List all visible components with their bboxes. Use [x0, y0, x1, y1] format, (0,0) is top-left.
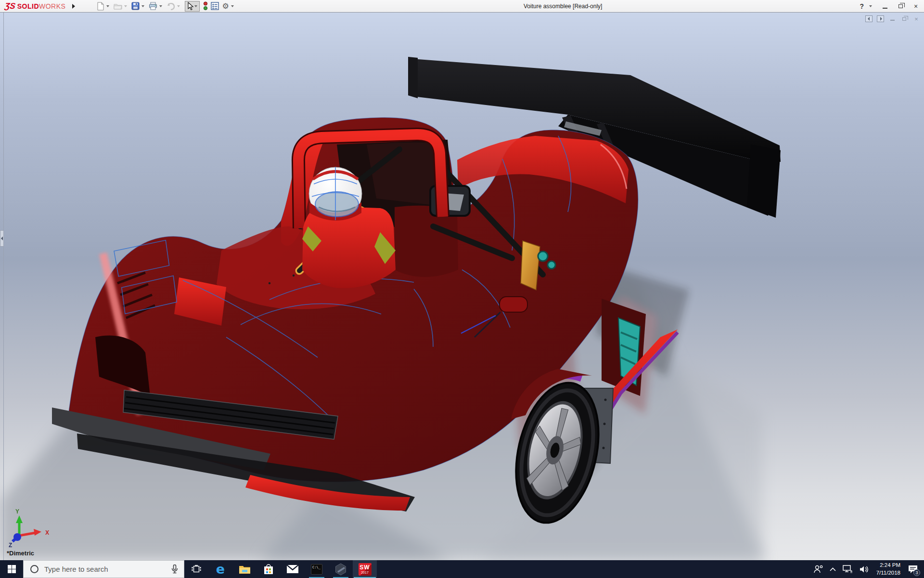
taskbar-solidworks-button[interactable]: SW 2017: [353, 560, 377, 578]
traffic-light-icon: [203, 1, 208, 11]
start-button[interactable]: [0, 560, 23, 578]
microphone-icon[interactable]: [171, 565, 178, 574]
car-assembly-model[interactable]: Y X Z: [0, 13, 924, 560]
task-view-icon: [192, 565, 201, 573]
save-floppy-icon: [131, 2, 140, 10]
tray-date: 7/11/2018: [876, 569, 900, 577]
taskbar-edge-button[interactable]: e: [208, 560, 232, 578]
properties-list-icon: [211, 2, 219, 10]
feature-manager-collapse-tab[interactable]: [0, 230, 4, 247]
quick-access-toolbar: ⚙: [95, 0, 236, 13]
undo-button[interactable]: [165, 1, 177, 12]
windows-logo-icon: [8, 565, 16, 573]
teal-vent-icon: [538, 251, 548, 261]
print-button[interactable]: [147, 1, 159, 12]
people-button[interactable]: [810, 560, 826, 578]
triad-x-label: X: [45, 529, 49, 536]
collapse-arrow-icon: [1, 236, 3, 240]
doc-minimize-button[interactable]: [888, 15, 896, 22]
triad-y-label: Y: [15, 508, 19, 515]
network-button[interactable]: [839, 560, 856, 578]
notification-count-badge: 3: [913, 569, 920, 576]
command-prompt-icon: C:\_: [311, 564, 322, 575]
new-document-icon: [97, 2, 104, 11]
side-mirror[interactable]: [500, 297, 527, 312]
doc-restore-button[interactable]: [900, 15, 908, 22]
title-bar: ƷSSOLIDWORKS ⚙ Vo: [0, 0, 924, 13]
options-list-button[interactable]: [209, 1, 220, 12]
microsoft-store-icon: [264, 564, 273, 575]
close-button[interactable]: ×: [911, 2, 921, 11]
driver-helmet[interactable]: [309, 167, 362, 221]
action-center-button[interactable]: 3: [905, 560, 921, 578]
menu-flyout-arrow-icon[interactable]: [72, 4, 75, 9]
settings-gear-button[interactable]: ⚙: [220, 1, 230, 12]
taskbar-file-explorer-button[interactable]: [232, 560, 257, 578]
tray-time: 2:24 PM: [876, 562, 900, 569]
minimize-icon: [883, 8, 887, 9]
open-button[interactable]: [112, 1, 124, 12]
teal-vent-icon: [548, 261, 555, 269]
window-controls: ? ×: [860, 0, 921, 13]
save-button[interactable]: [130, 1, 141, 12]
doc-previous-button[interactable]: [865, 15, 873, 22]
select-tool-button[interactable]: [185, 1, 200, 12]
minimize-button[interactable]: [880, 2, 890, 11]
taskbar-command-prompt-button[interactable]: C:\_: [305, 560, 329, 578]
print-icon: [149, 2, 157, 10]
taskbar-search-input[interactable]: [44, 565, 171, 573]
open-dropdown[interactable]: [124, 5, 127, 7]
solidworks-logo: ƷSSOLIDWORKS: [5, 1, 65, 11]
taskbar-search[interactable]: [23, 560, 184, 578]
close-icon: ×: [914, 3, 918, 10]
help-button[interactable]: ?: [860, 2, 864, 10]
solidworks-2017-icon: SW 2017: [359, 563, 372, 576]
windows-taskbar: e C:\_ SW 2017: [0, 560, 924, 578]
select-dropdown[interactable]: [194, 5, 197, 7]
network-icon: [843, 565, 853, 573]
volume-button[interactable]: [856, 560, 872, 578]
restore-button[interactable]: [895, 2, 906, 11]
system-tray: 2:24 PM 7/11/2018 3: [810, 560, 924, 578]
triad-z-label: Z: [9, 542, 12, 549]
view-orientation-label: *Dimetric: [7, 550, 34, 557]
help-dropdown[interactable]: [869, 5, 872, 7]
taskbar-hexagon-app-button[interactable]: [329, 560, 353, 578]
solidworks-desktop: { "titlebar": { "logo_mark": "ƷS", "logo…: [0, 0, 924, 578]
new-document-button[interactable]: [95, 1, 106, 12]
doc-close-button[interactable]: ×: [912, 15, 920, 22]
new-document-dropdown[interactable]: [106, 5, 109, 7]
edge-icon: e: [216, 562, 225, 577]
mail-icon: [287, 565, 298, 573]
print-dropdown[interactable]: [159, 5, 162, 7]
arrow-left-icon: [868, 17, 870, 21]
save-dropdown[interactable]: [141, 5, 144, 7]
undo-dropdown[interactable]: [177, 5, 180, 7]
undo-icon: [167, 2, 175, 10]
taskbar-store-button[interactable]: [257, 560, 281, 578]
settings-dropdown[interactable]: [231, 5, 234, 7]
gear-icon: ⚙: [222, 2, 229, 10]
open-folder-icon: [114, 2, 122, 10]
file-explorer-icon: [239, 565, 251, 574]
document-window-controls: ×: [865, 15, 920, 22]
hexagon-app-icon: [335, 563, 346, 576]
graphics-viewport[interactable]: Y X Z × *Dimetric: [0, 13, 924, 560]
people-icon: [813, 565, 823, 573]
solidworks-logo-mark: ƷS: [4, 1, 16, 11]
restore-icon: [898, 4, 903, 8]
window-title: Voiture assomblee [Read-only]: [524, 3, 602, 10]
doc-next-button[interactable]: [877, 15, 884, 22]
taskbar-mail-button[interactable]: [281, 560, 305, 578]
doc-minimize-icon: [890, 20, 895, 21]
chevron-up-icon: [830, 567, 836, 571]
rebuild-lights-button[interactable]: [202, 1, 209, 12]
task-view-button[interactable]: [184, 560, 208, 578]
tray-overflow-button[interactable]: [826, 560, 839, 578]
speaker-icon: [860, 565, 869, 573]
select-cursor-icon: [187, 2, 194, 11]
panel-splitter[interactable]: [3, 13, 4, 560]
arrow-right-icon: [880, 17, 882, 21]
cortana-icon: [30, 565, 38, 573]
clock[interactable]: 2:24 PM 7/11/2018: [872, 562, 905, 577]
